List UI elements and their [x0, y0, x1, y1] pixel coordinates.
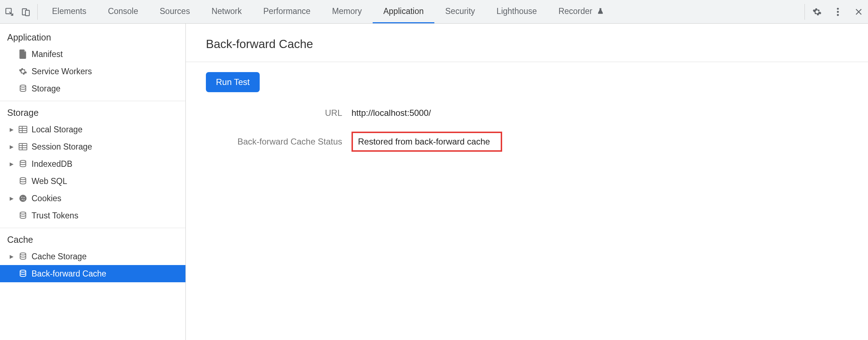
- sidebar-item-manifest[interactable]: ▶ Manifest: [0, 46, 185, 63]
- section-title: Application: [0, 29, 185, 46]
- sidebar-item-label: Local Storage: [32, 125, 82, 134]
- sidebar-item-cache-storage[interactable]: ▶ Cache Storage: [0, 248, 185, 265]
- database-icon: [18, 176, 28, 186]
- section-title: Storage: [0, 105, 185, 121]
- file-icon: [18, 49, 28, 59]
- sidebar-item-label: Manifest: [32, 49, 63, 59]
- application-sidebar: Application ▶ Manifest ▶ Service Workers…: [0, 24, 186, 340]
- sidebar-item-storage[interactable]: ▶ Storage: [0, 80, 185, 97]
- toolbar-right-group: [805, 4, 864, 20]
- url-label: URL: [206, 108, 342, 118]
- tab-label: Memory: [332, 6, 362, 16]
- device-toggle-icon[interactable]: [21, 7, 31, 17]
- chevron-right-icon: ▶: [9, 161, 14, 167]
- status-label: Back-forward Cache Status: [206, 137, 342, 147]
- tab-label: Network: [212, 6, 242, 16]
- tab-sources[interactable]: Sources: [149, 0, 201, 23]
- more-vertical-icon[interactable]: [833, 7, 843, 17]
- sidebar-item-label: Back-forward Cache: [32, 269, 106, 279]
- sidebar-item-label: Session Storage: [32, 142, 92, 152]
- sidebar-section-storage: Storage ▶ Local Storage ▶ Session Storag…: [0, 105, 185, 228]
- tab-label: Recorder: [558, 6, 593, 16]
- chevron-right-icon: ▶: [9, 254, 14, 259]
- url-value: http://localhost:5000/: [352, 108, 431, 118]
- svg-point-15: [20, 160, 26, 162]
- sidebar-item-indexeddb[interactable]: ▶ IndexedDB: [0, 155, 185, 173]
- tab-security[interactable]: Security: [434, 0, 486, 23]
- chevron-right-icon: ▶: [9, 127, 14, 132]
- toolbar-left-group: [4, 4, 38, 20]
- svg-point-23: [20, 253, 26, 255]
- table-icon: [18, 142, 28, 152]
- chevron-right-icon: ▶: [9, 195, 14, 201]
- tab-network[interactable]: Network: [201, 0, 253, 23]
- devtools-toolbar: Elements Console Sources Network Perform…: [0, 0, 868, 24]
- sidebar-item-session-storage[interactable]: ▶ Session Storage: [0, 138, 185, 155]
- database-icon: [18, 84, 28, 94]
- svg-point-22: [20, 212, 26, 214]
- database-icon: [18, 159, 28, 169]
- tab-label: Security: [445, 6, 475, 16]
- run-test-button[interactable]: Run Test: [206, 72, 260, 92]
- sidebar-item-local-storage[interactable]: ▶ Local Storage: [0, 121, 185, 138]
- status-value: Restored from back-forward cache: [352, 132, 502, 152]
- sidebar-item-trust-tokens[interactable]: ▶ Trust Tokens: [0, 207, 185, 224]
- tab-console[interactable]: Console: [97, 0, 149, 23]
- status-value-container: Restored from back-forward cache: [352, 132, 502, 152]
- sidebar-section-application: Application ▶ Manifest ▶ Service Workers…: [0, 29, 185, 101]
- sidebar-section-cache: Cache ▶ Cache Storage ▶ Back-forward Cac…: [0, 232, 185, 286]
- main-panel: Back-forward Cache Run Test URL http://l…: [186, 24, 868, 340]
- table-icon: [18, 124, 28, 134]
- tab-recorder[interactable]: Recorder: [548, 0, 616, 23]
- page-title: Back-forward Cache: [186, 32, 868, 62]
- svg-point-21: [24, 199, 25, 200]
- tab-performance[interactable]: Performance: [253, 0, 321, 23]
- flask-icon: [595, 6, 605, 16]
- gear-icon: [18, 66, 28, 76]
- content-area: Application ▶ Manifest ▶ Service Workers…: [0, 24, 868, 340]
- sidebar-item-label: IndexedDB: [32, 159, 72, 169]
- tab-lighthouse[interactable]: Lighthouse: [486, 0, 548, 23]
- svg-point-19: [24, 197, 25, 198]
- tab-label: Application: [383, 6, 424, 16]
- tab-label: Sources: [160, 6, 190, 16]
- tab-label: Elements: [52, 6, 86, 16]
- svg-point-6: [20, 85, 26, 87]
- svg-point-16: [20, 178, 26, 180]
- tab-elements[interactable]: Elements: [41, 0, 97, 23]
- database-icon: [18, 251, 28, 261]
- svg-point-5: [837, 14, 839, 15]
- sidebar-item-label: Web SQL: [32, 176, 67, 186]
- svg-point-4: [837, 11, 839, 13]
- svg-point-24: [20, 270, 26, 272]
- devtools-tabs: Elements Console Sources Network Perform…: [41, 0, 616, 23]
- cookie-icon: [18, 193, 28, 203]
- close-icon[interactable]: [854, 7, 864, 17]
- sidebar-item-label: Cookies: [32, 194, 61, 203]
- database-icon: [18, 269, 28, 279]
- gear-icon[interactable]: [812, 7, 822, 17]
- svg-point-17: [19, 195, 27, 202]
- sidebar-item-service-workers[interactable]: ▶ Service Workers: [0, 63, 185, 80]
- svg-point-3: [837, 8, 839, 9]
- svg-point-20: [22, 199, 23, 200]
- sidebar-item-label: Cache Storage: [32, 252, 86, 261]
- tab-application[interactable]: Application: [373, 0, 435, 23]
- sidebar-item-label: Storage: [32, 84, 61, 94]
- info-grid: URL http://localhost:5000/ Back-forward …: [206, 108, 848, 152]
- svg-point-18: [22, 197, 23, 198]
- sidebar-item-web-sql[interactable]: ▶ Web SQL: [0, 173, 185, 190]
- tab-label: Console: [108, 6, 138, 16]
- svg-rect-11: [19, 143, 27, 150]
- sidebar-item-back-forward-cache[interactable]: ▶ Back-forward Cache: [0, 265, 185, 282]
- sidebar-item-label: Trust Tokens: [32, 211, 78, 221]
- sidebar-item-cookies[interactable]: ▶ Cookies: [0, 190, 185, 207]
- tab-label: Lighthouse: [496, 6, 537, 16]
- inspect-element-icon[interactable]: [4, 7, 14, 17]
- sidebar-item-label: Service Workers: [32, 67, 92, 76]
- tab-memory[interactable]: Memory: [321, 0, 373, 23]
- database-icon: [18, 211, 28, 221]
- tab-label: Performance: [263, 6, 311, 16]
- main-body: Run Test URL http://localhost:5000/ Back…: [186, 62, 868, 162]
- chevron-right-icon: ▶: [9, 144, 14, 150]
